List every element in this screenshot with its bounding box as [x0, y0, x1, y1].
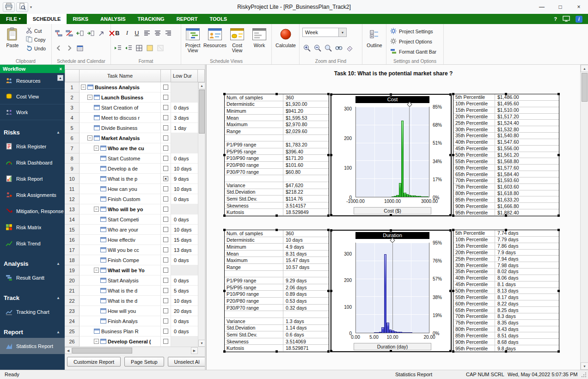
task-checkbox[interactable] — [163, 135, 168, 141]
sidebar-item-risk-matrix[interactable]: Risk Matrix — [0, 219, 65, 235]
sidebar-item-result-gantt[interactable]: Result Gantt — [0, 269, 65, 286]
sidebar-item-risk-dashboard[interactable]: Risk Dashboard — [0, 154, 65, 171]
task-row[interactable]: 15Who are your10 days — [65, 225, 198, 235]
task-row[interactable]: 6−Market Analysis — [65, 133, 198, 143]
tab-risks[interactable]: RISKS — [67, 14, 94, 24]
resize-handle[interactable] — [327, 93, 330, 95]
resize-handle[interactable] — [327, 154, 330, 156]
unselect-all-button[interactable]: Unselect Al — [168, 357, 205, 367]
resize-handle[interactable] — [390, 350, 392, 352]
help-icon[interactable]: ? — [554, 16, 557, 22]
task-row[interactable]: 2−Launch Business — [65, 92, 198, 103]
close-button[interactable]: × — [570, 0, 588, 14]
resize-handle[interactable] — [557, 290, 560, 292]
task-row[interactable]: 24Finish Analys0 days — [65, 316, 198, 326]
borders-icon[interactable] — [135, 43, 144, 53]
shading-icon[interactable] — [145, 43, 154, 53]
resize-handle[interactable] — [505, 350, 507, 353]
collapse-task-icon[interactable]: − — [94, 268, 99, 273]
task-checkbox[interactable] — [163, 156, 168, 161]
task-name-cell[interactable]: Who are your — [80, 225, 161, 235]
section-header-risks[interactable]: Risks▲ — [0, 127, 65, 138]
eraser-icon[interactable] — [345, 43, 354, 53]
task-checkbox[interactable] — [163, 298, 168, 303]
italic-icon[interactable]: I — [123, 29, 131, 37]
sidebar-item-resources[interactable]: Resources — [0, 73, 65, 89]
task-name-cell[interactable]: Business Plan R — [80, 326, 161, 336]
sidebar-item-risk-register[interactable]: Risk Register — [0, 138, 65, 154]
resize-grip[interactable] — [581, 372, 587, 378]
collapse-task-icon[interactable]: − — [81, 85, 86, 90]
forward-arrow-icon[interactable] — [65, 43, 74, 53]
task-checkbox[interactable] — [163, 268, 168, 273]
task-name-cell[interactable]: Start Analysis — [80, 275, 161, 286]
task-row[interactable]: 18Finish Compe0 days — [65, 255, 198, 265]
resize-handle[interactable] — [223, 93, 226, 95]
project-settings-button[interactable]: Project Settings — [390, 28, 433, 35]
task-name-cell[interactable]: Finish Custom — [80, 194, 161, 204]
link-tasks-icon[interactable] — [54, 29, 63, 38]
sidebar-item-risk-report[interactable]: Risk Report — [0, 171, 65, 187]
clear-format-icon[interactable] — [156, 43, 165, 53]
sidebar-item-risk-assignments[interactable]: Risk Assignments — [0, 187, 65, 203]
task-name-cell[interactable]: Divide Business — [80, 123, 161, 133]
resize-handle[interactable] — [223, 290, 226, 292]
sidebar-scroll-up[interactable]: ▲ — [57, 75, 63, 81]
collapse-task-icon[interactable]: − — [94, 339, 99, 344]
resize-handle[interactable] — [557, 214, 560, 217]
page-setup-button[interactable]: Page Setup — [124, 357, 164, 367]
task-row[interactable]: 14Start Competi0 days — [65, 214, 198, 225]
sidebar-item-mitigation-response[interactable]: Mitigation, Response — [0, 203, 65, 219]
work-view-button[interactable]: Work — [249, 26, 270, 57]
resize-handle[interactable] — [452, 154, 454, 156]
tab-analysis[interactable]: ANALYSIS — [94, 14, 132, 24]
task-checkbox[interactable] — [163, 217, 168, 222]
task-row[interactable]: 3Start Creation of0 days — [65, 103, 198, 113]
task-name-cell[interactable]: Develop a de — [80, 164, 161, 174]
task-row[interactable]: 7−Who are the cu — [65, 143, 198, 153]
resize-handle[interactable] — [452, 229, 454, 231]
resize-handle[interactable] — [276, 229, 278, 231]
resize-handle[interactable] — [330, 93, 332, 96]
timescale-select[interactable]: Week ▾ — [302, 28, 347, 37]
scroll-left-icon[interactable]: ◀ — [65, 347, 72, 354]
task-name-cell[interactable]: How will you — [80, 306, 161, 316]
scroll-right-icon[interactable]: ▶ — [191, 347, 198, 354]
resize-handle[interactable] — [330, 154, 332, 156]
duration-histogram-panel[interactable]: Duration 0100200300 0%19%38%57%76%95% 0.… — [331, 230, 452, 352]
outline-button[interactable]: Outline — [363, 26, 386, 57]
task-checkbox[interactable] — [163, 186, 168, 191]
resize-handle[interactable] — [505, 229, 507, 231]
task-row[interactable]: 8Start Custome0 days — [65, 153, 198, 164]
header-check[interactable] — [161, 69, 171, 82]
tab-file[interactable]: FILE▾ — [0, 14, 27, 24]
task-row[interactable]: 25Business Plan R0 days — [65, 326, 198, 336]
task-checkbox[interactable] — [163, 288, 168, 293]
task-checkbox[interactable] — [163, 237, 168, 242]
collapse-task-icon[interactable]: − — [87, 95, 92, 100]
sidebar-item-risk-trend[interactable]: Risk Trend — [0, 235, 65, 251]
resize-handle[interactable] — [449, 229, 452, 232]
resize-handle[interactable] — [452, 290, 454, 292]
minimize-button[interactable]: — — [533, 0, 551, 14]
resize-handle[interactable] — [223, 350, 226, 353]
qat-dropdown-icon[interactable]: ▾ — [30, 5, 32, 9]
calculate-button[interactable]: Calculate — [275, 26, 297, 57]
task-row[interactable]: 17Will you be cc13 days — [65, 245, 198, 255]
zoom-out-icon[interactable] — [313, 43, 322, 53]
task-name-cell[interactable]: −Develop General ( — [80, 336, 161, 347]
resize-handle[interactable] — [505, 93, 507, 95]
monitor-icon[interactable] — [563, 16, 570, 23]
scrollbar-thumb[interactable] — [199, 90, 205, 134]
sidebar-item-cost-view[interactable]: Cost View — [0, 89, 65, 104]
task-checkbox[interactable] — [163, 308, 168, 313]
print-button[interactable] — [3, 2, 15, 12]
task-checkbox[interactable] — [163, 247, 168, 252]
task-row[interactable]: 21What is the d5 days — [65, 286, 198, 296]
resize-handle[interactable] — [557, 350, 560, 353]
section-header-report[interactable]: Report▲ — [0, 326, 65, 338]
customize-report-button[interactable]: Customize Report — [67, 357, 121, 367]
print-preview-button[interactable] — [16, 2, 28, 12]
align-left-icon[interactable] — [142, 28, 152, 37]
duration-stats-table[interactable]: Num. of samples360Deterministic10 daysMi… — [224, 230, 329, 352]
